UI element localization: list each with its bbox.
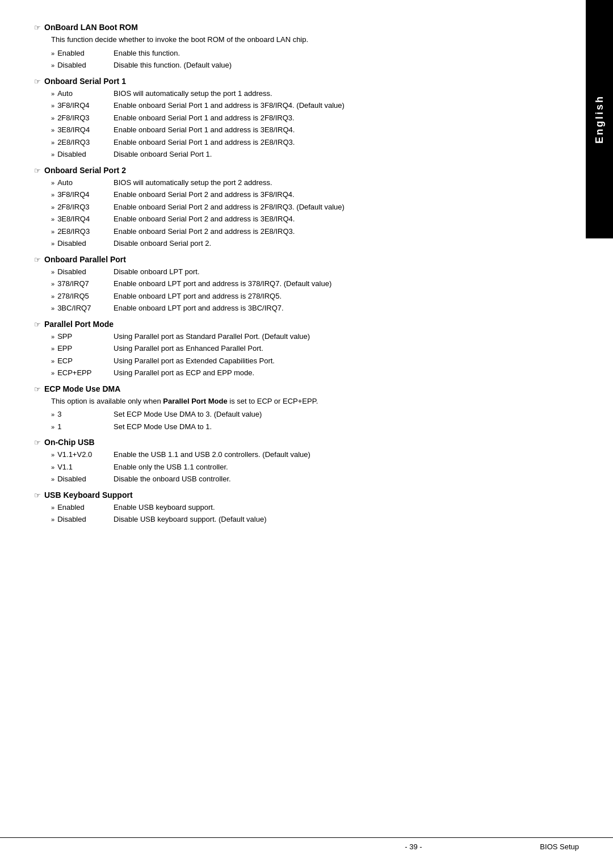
item-key: »3E8/IRQ4 bbox=[51, 124, 114, 136]
list-item: »EPPUsing Parallel port as Enhanced Para… bbox=[51, 343, 548, 354]
item-key: »2F8/IRQ3 bbox=[51, 202, 114, 213]
list-item: »EnabledEnable this function. bbox=[51, 48, 548, 59]
item-value-text: Disable onboard Serial port 2. bbox=[114, 238, 548, 249]
list-item: »2E8/IRQ3Enable onboard Serial Port 2 an… bbox=[51, 226, 548, 237]
item-key-text: 3F8/IRQ4 bbox=[57, 100, 89, 111]
item-key-text: Enabled bbox=[57, 502, 85, 513]
arrow-icon: » bbox=[51, 450, 54, 460]
section-title-onboard-serial-port-1: ☞Onboard Serial Port 1 bbox=[34, 77, 548, 86]
footer-bios-setup: BIOS Setup bbox=[540, 842, 579, 851]
item-key-text: 2E8/IRQ3 bbox=[57, 226, 90, 237]
arrow-icon: » bbox=[51, 215, 54, 224]
item-key: »V1.1+V2.0 bbox=[51, 449, 114, 460]
item-key-text: Enabled bbox=[57, 48, 85, 59]
list-item: »SPPUsing Parallel port as Standard Para… bbox=[51, 331, 548, 342]
list-item: »ECP+EPPUsing Parallel port as ECP and E… bbox=[51, 367, 548, 379]
item-key: »ECP bbox=[51, 355, 114, 367]
list-item: »3Set ECP Mode Use DMA to 3. (Default va… bbox=[51, 409, 548, 420]
arrow-icon: » bbox=[51, 292, 54, 301]
arrow-icon: » bbox=[51, 463, 54, 472]
arrow-icon: » bbox=[51, 114, 54, 123]
arrow-icon: » bbox=[51, 227, 54, 237]
item-key: »Enabled bbox=[51, 48, 114, 59]
section-title-onboard-parallel-port: ☞Onboard Parallel Port bbox=[34, 255, 548, 264]
list-item: »3E8/IRQ4Enable onboard Serial Port 2 an… bbox=[51, 213, 548, 225]
item-key-text: 3E8/IRQ4 bbox=[57, 213, 90, 225]
section-onboard-lan-boot-rom: ☞OnBoard LAN Boot ROMThis function decid… bbox=[34, 23, 548, 71]
item-value-text: BIOS will automatically setup the port 1… bbox=[114, 88, 548, 99]
list-item: »1Set ECP Mode Use DMA to 1. bbox=[51, 421, 548, 433]
item-key-text: EPP bbox=[57, 343, 72, 354]
arrow-icon: » bbox=[51, 89, 54, 99]
section-title-onboard-serial-port-2: ☞Onboard Serial Port 2 bbox=[34, 166, 548, 175]
item-key-text: Disabled bbox=[57, 473, 86, 485]
item-value-text: Enable onboard Serial Port 2 and address… bbox=[114, 189, 548, 200]
item-value-text: Enable USB keyboard support. bbox=[114, 502, 548, 513]
item-list-ecp-mode-use-dma: »3Set ECP Mode Use DMA to 3. (Default va… bbox=[51, 409, 548, 432]
item-list-onboard-lan-boot-rom: »EnabledEnable this function.»DisabledDi… bbox=[51, 48, 548, 71]
section-parallel-port-mode: ☞Parallel Port Mode»SPPUsing Parallel po… bbox=[34, 320, 548, 379]
list-item: »V1.1+V2.0Enable the USB 1.1 and USB 2.0… bbox=[51, 449, 548, 460]
list-item: »2F8/IRQ3Enable onboard Serial Port 2 an… bbox=[51, 202, 548, 213]
item-value-text: Set ECP Mode Use DMA to 3. (Default valu… bbox=[114, 409, 548, 420]
arrow-icon: » bbox=[51, 203, 54, 212]
cursor-icon: ☞ bbox=[34, 23, 41, 32]
item-value-text: Disable onboard Serial Port 1. bbox=[114, 149, 548, 160]
section-onboard-serial-port-1: ☞Onboard Serial Port 1»AutoBIOS will aut… bbox=[34, 77, 548, 160]
arrow-icon: » bbox=[51, 125, 54, 135]
item-key: »3BC/IRQ7 bbox=[51, 303, 114, 314]
item-key-text: 2E8/IRQ3 bbox=[57, 137, 90, 148]
item-list-parallel-port-mode: »SPPUsing Parallel port as Standard Para… bbox=[51, 331, 548, 379]
sidebar-english-text: English bbox=[594, 95, 606, 144]
item-value-text: Enable onboard Serial Port 1 and address… bbox=[114, 124, 548, 136]
item-key-text: Auto bbox=[57, 88, 73, 99]
item-key-text: 3F8/IRQ4 bbox=[57, 189, 89, 200]
item-value-text: Enable onboard Serial Port 1 and address… bbox=[114, 112, 548, 124]
section-onboard-serial-port-2: ☞Onboard Serial Port 2»AutoBIOS will aut… bbox=[34, 166, 548, 249]
arrow-icon: » bbox=[51, 515, 54, 525]
item-key: »Disabled bbox=[51, 266, 114, 278]
section-title-text-parallel-port-mode: Parallel Port Mode bbox=[44, 320, 114, 329]
arrow-icon: » bbox=[51, 138, 54, 148]
arrow-icon: » bbox=[51, 178, 54, 188]
list-item: »DisabledDisable this function. (Default… bbox=[51, 60, 548, 71]
cursor-icon: ☞ bbox=[34, 255, 41, 264]
item-value-text: Using Parallel port as Standard Parallel… bbox=[114, 331, 548, 342]
item-key: »3E8/IRQ4 bbox=[51, 213, 114, 225]
arrow-icon: » bbox=[51, 190, 54, 200]
section-on-chip-usb: ☞On-Chip USB»V1.1+V2.0Enable the USB 1.1… bbox=[34, 438, 548, 485]
item-key: »2E8/IRQ3 bbox=[51, 137, 114, 148]
item-key-text: 3E8/IRQ4 bbox=[57, 124, 90, 136]
item-key-text: V1.1+V2.0 bbox=[57, 449, 92, 460]
arrow-icon: » bbox=[51, 304, 54, 313]
item-value-text: Enable onboard Serial Port 2 and address… bbox=[114, 226, 548, 237]
section-title-text-ecp-mode-use-dma: ECP Mode Use DMA bbox=[44, 384, 120, 393]
main-content: ☞OnBoard LAN Boot ROMThis function decid… bbox=[34, 23, 548, 525]
arrow-icon: » bbox=[51, 368, 54, 378]
section-usb-keyboard-support: ☞USB Keyboard Support»EnabledEnable USB … bbox=[34, 490, 548, 525]
item-value-text: Using Parallel port as ECP and EPP mode. bbox=[114, 367, 548, 379]
section-title-text-onboard-serial-port-2: Onboard Serial Port 2 bbox=[44, 166, 126, 175]
item-key: »ECP+EPP bbox=[51, 367, 114, 379]
item-key-text: 1 bbox=[57, 421, 61, 433]
item-key-text: ECP+EPP bbox=[57, 367, 91, 379]
arrow-icon: » bbox=[51, 344, 54, 354]
item-value-text: Enable onboard LPT port and address is 3… bbox=[114, 278, 548, 290]
item-value-text: Enable onboard Serial Port 1 and address… bbox=[114, 100, 548, 111]
item-key-text: 3 bbox=[57, 409, 61, 420]
arrow-icon: » bbox=[51, 422, 54, 432]
list-item: »2F8/IRQ3Enable onboard Serial Port 1 an… bbox=[51, 112, 548, 124]
item-list-usb-keyboard-support: »EnabledEnable USB keyboard support.»Dis… bbox=[51, 502, 548, 525]
item-value-text: Using Parallel port as Extended Capabili… bbox=[114, 355, 548, 367]
arrow-icon: » bbox=[51, 332, 54, 342]
list-item: »3E8/IRQ4Enable onboard Serial Port 1 an… bbox=[51, 124, 548, 136]
item-key: »Disabled bbox=[51, 149, 114, 160]
list-item: »278/IRQ5Enable onboard LPT port and add… bbox=[51, 291, 548, 302]
list-item: »AutoBIOS will automatically setup the p… bbox=[51, 88, 548, 99]
item-key-text: 2F8/IRQ3 bbox=[57, 202, 89, 213]
item-key-text: V1.1 bbox=[57, 462, 73, 473]
item-key-text: ECP bbox=[57, 355, 73, 367]
item-key: »Disabled bbox=[51, 238, 114, 249]
item-key-text: SPP bbox=[57, 331, 72, 342]
list-item: »V1.1Enable only the USB 1.1 controller. bbox=[51, 462, 548, 473]
